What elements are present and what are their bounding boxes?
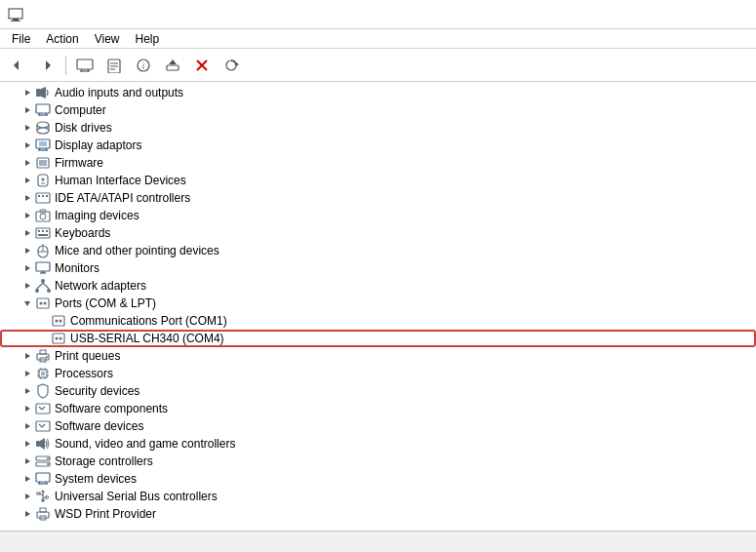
device-icon-disk [35,120,51,136]
tree-item-com1[interactable]: Communications Port (COM1) [0,312,756,330]
device-icon-firmware [35,155,51,171]
expand-btn-audio[interactable] [20,84,35,101]
expand-btn-display[interactable] [20,137,35,154]
tree-indent-mice [4,242,20,259]
device-icon-sysdev [35,471,51,487]
tree-item-processors[interactable]: Processors [0,365,756,382]
tree-item-com4[interactable]: USB-SERIAL CH340 (COM4) [0,330,756,347]
svg-rect-22 [36,89,41,97]
tree-item-display[interactable]: Display adaptors [0,137,756,154]
properties-button[interactable] [100,53,128,78]
expand-btn-printq[interactable] [20,347,35,365]
expand-btn-usb[interactable] [20,488,35,505]
tree-item-hid[interactable]: Human Interface Devices [0,172,756,189]
expand-btn-computer[interactable] [20,101,35,119]
device-icon-network [35,278,51,294]
device-props-button[interactable]: i [130,53,157,78]
svg-marker-47 [25,195,30,201]
tree-item-softdev[interactable]: Software devices [0,417,756,435]
tree-item-storage[interactable]: Storage controllers [0,453,756,470]
tree-item-network[interactable]: Network adapters [0,277,756,295]
tree-indent-hid [4,172,20,189]
maximize-button[interactable] [658,0,703,29]
tree-label-sound: Sound, video and game controllers [55,437,235,451]
svg-marker-56 [25,230,30,236]
expand-btn-wsd[interactable] [20,505,35,523]
expand-btn-disk[interactable] [20,119,35,137]
expand-btn-softcomp[interactable] [20,400,35,417]
device-tree[interactable]: Audio inputs and outputsComputerDisk dri… [0,82,756,531]
tree-item-computer[interactable]: Computer [0,101,756,119]
device-icon-softcomp [35,401,51,416]
expand-btn-softdev[interactable] [20,417,35,435]
tree-item-audio[interactable]: Audio inputs and outputs [0,84,756,101]
forward-button[interactable] [33,53,60,78]
expand-btn-imaging[interactable] [20,207,35,224]
tree-item-firmware[interactable]: Firmware [0,154,756,172]
tree-label-ports: Ports (COM & LPT) [55,296,156,310]
expand-btn-sysdev[interactable] [20,470,35,488]
tree-item-wsd[interactable]: WSD Print Provider [0,505,756,523]
menu-item-action[interactable]: Action [38,30,86,48]
svg-rect-122 [36,473,50,482]
expand-btn-sound[interactable] [20,435,35,453]
svg-point-30 [37,122,49,128]
tree-label-softdev: Software devices [55,419,143,433]
close-button[interactable] [703,0,748,29]
menu-item-help[interactable]: Help [128,30,168,48]
expand-btn-processors[interactable] [20,365,35,382]
back-button[interactable] [4,53,31,78]
svg-rect-60 [46,230,48,232]
expand-btn-monitors[interactable] [20,259,35,277]
toolbar: i [0,49,756,82]
tree-label-firmware: Firmware [55,156,103,170]
remove-device-button[interactable] [188,53,216,78]
tree-label-com4: USB-SERIAL CH340 (COM4) [70,332,224,345]
tree-item-mice[interactable]: Mice and other pointing devices [0,242,756,259]
tree-item-imaging[interactable]: Imaging devices [0,207,756,224]
expand-btn-firmware[interactable] [20,154,35,172]
svg-line-112 [42,424,45,427]
svg-marker-121 [25,476,30,482]
tree-indent-softdev [4,417,20,435]
tree-indent-sound [4,435,20,453]
main-content: Audio inputs and outputsComputerDisk dri… [0,82,756,531]
expand-btn-storage[interactable] [20,453,35,470]
svg-marker-3 [14,60,19,70]
expand-btn-keyboards[interactable] [20,224,35,242]
svg-marker-52 [25,213,30,218]
menu-item-view[interactable]: View [87,30,128,48]
tree-item-sysdev[interactable]: System devices [0,470,756,488]
expand-btn-hid[interactable] [20,172,35,189]
svg-rect-95 [41,372,45,375]
menu-item-file[interactable]: File [4,30,38,48]
tree-item-softcomp[interactable]: Software components [0,400,756,417]
svg-line-107 [39,407,42,410]
tree-item-printq[interactable]: Print queues [0,347,756,365]
tree-item-monitors[interactable]: Monitors [0,259,756,277]
scan-button[interactable] [218,53,245,78]
tree-item-usb[interactable]: Universal Serial Bus controllers [0,488,756,505]
computer-button[interactable] [71,53,99,78]
device-icon-com4 [51,331,66,346]
expand-btn-ide[interactable] [20,189,35,207]
tree-item-security[interactable]: Security devices [0,382,756,400]
menu-bar: FileActionViewHelp [0,29,756,49]
tree-item-keyboards[interactable]: Keyboards [0,224,756,242]
tree-item-ports[interactable]: Ports (COM & LPT) [0,295,756,312]
tree-indent-computer [4,101,20,119]
tree-item-disk[interactable]: Disk drives [0,119,756,137]
svg-marker-104 [25,388,30,394]
minimize-button[interactable] [614,0,658,29]
svg-rect-79 [37,298,49,308]
tree-item-ide[interactable]: IDE ATA/ATAPI controllers [0,189,756,207]
expand-btn-security[interactable] [20,382,35,400]
expand-btn-ports[interactable] [20,295,35,312]
expand-btn-mice[interactable] [20,242,35,259]
tree-indent-com1 [4,312,35,330]
expand-btn-network[interactable] [20,277,35,295]
svg-rect-131 [37,493,40,494]
tree-item-sound[interactable]: Sound, video and game controllers [0,435,756,453]
svg-point-83 [56,320,59,323]
update-driver-button[interactable] [159,53,186,78]
